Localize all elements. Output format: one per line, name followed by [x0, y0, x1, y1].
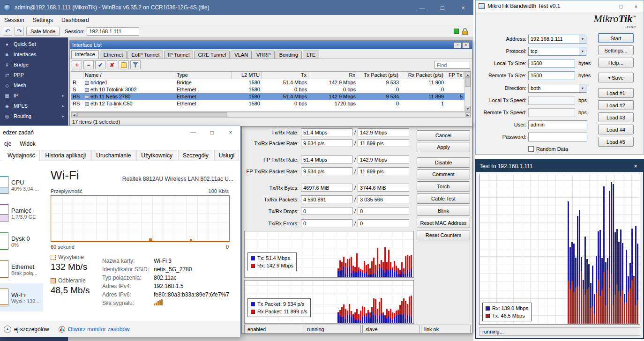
perf-item-wi-fi[interactable]: Wi-FiWysł.: 132... [0, 283, 43, 311]
menu-item-cje[interactable]: cje [0, 141, 15, 147]
sidebar-item-mesh[interactable]: ◇Mesh [0, 80, 68, 90]
local-tx-size-input[interactable] [528, 59, 575, 68]
redo-icon[interactable]: ↷ [15, 27, 24, 36]
scroll-up-icon[interactable]: ▲ [465, 72, 471, 77]
remote-tx-speed-input[interactable] [528, 108, 575, 117]
scroll-left-icon[interactable]: ◀ [71, 112, 77, 117]
tab-historia-aplikacji[interactable]: Historia aplikacji [41, 150, 91, 161]
tab-vrrp[interactable]: VRRP [253, 51, 275, 59]
save-button[interactable]: ▾Save [598, 73, 634, 82]
bandwidth-graph-titlebar[interactable]: Test to 192.168.1.111 × [476, 160, 643, 172]
find-input[interactable] [434, 61, 470, 69]
load-1-button[interactable]: Load #1 [598, 88, 634, 98]
start-button[interactable]: Start [598, 33, 634, 43]
load-2-button[interactable]: Load #2 [598, 100, 634, 110]
disable-button[interactable]: Disable [417, 157, 470, 168]
fewer-details-icon[interactable]: ▲ [4, 326, 11, 333]
taskmgr-minimize-icon[interactable]: — [184, 126, 202, 139]
column-header-type[interactable]: Type [175, 72, 232, 79]
local-tx-speed-input[interactable] [528, 96, 575, 105]
protocol-combobox[interactable]: tcp ▼ [528, 47, 586, 56]
taskmgr-maximize-icon[interactable]: □ [202, 126, 221, 139]
comment-button[interactable]: Comment [417, 169, 470, 179]
resource-monitor-icon[interactable] [59, 326, 65, 333]
tab-szczegóły[interactable]: Szczegóły [178, 150, 213, 161]
tab-bonding[interactable]: Bonding [276, 51, 302, 59]
cancel-button[interactable]: Cancel [417, 130, 470, 141]
add-icon[interactable]: + [72, 60, 82, 69]
help-button[interactable]: Help... [598, 58, 634, 67]
column-header-rx[interactable]: Rx [308, 72, 357, 79]
apply-button[interactable]: Apply [417, 142, 470, 152]
interface-row[interactable]: Rbridge1Bridge158051.4 Mbps142.9 Mbps9 5… [71, 79, 464, 86]
tab-wydajność[interactable]: Wydajność [3, 150, 40, 161]
tab-vlan[interactable]: VLAN [231, 51, 252, 59]
winbox-titlebar[interactable]: admin@192.168.1.111 (MikroTik) - WinBox … [0, 0, 473, 15]
blink-button[interactable]: Blink [417, 206, 470, 216]
random-data-checkbox[interactable] [528, 146, 534, 152]
open-resource-monitor-link[interactable]: Otwórz monitor zasobów [68, 326, 130, 333]
tab-ethernet[interactable]: Ethernet [100, 51, 127, 59]
column-header-tx[interactable]: Tx [262, 72, 308, 79]
fewer-details-label[interactable]: ej szczegółów [14, 326, 49, 333]
load-3-button[interactable]: Load #3 [598, 112, 634, 122]
bwtest-close-icon[interactable]: × [629, 0, 644, 12]
sidebar-item-ip[interactable]: ▦IP▸ [0, 90, 68, 101]
tab-interface[interactable]: Interface [71, 50, 99, 59]
scrollbar-thumb[interactable] [77, 112, 227, 117]
interface-list-titlebar[interactable]: Interface List ▫ × [70, 41, 472, 49]
column-header-tx-packet-p-s[interactable]: Tx Packet (p/s) [357, 72, 400, 79]
direction-combobox[interactable]: both ▼ [528, 84, 586, 93]
sidebar-item-mpls[interactable]: ◈MPLS▸ [0, 101, 68, 111]
sidebar-item-interfaces[interactable]: ≡Interfaces [0, 49, 68, 59]
tab-uruchamianie[interactable]: Uruchamianie [91, 150, 135, 161]
tab-eoip-tunnel[interactable]: EoIP Tunnel [127, 51, 163, 59]
address-combobox[interactable]: 192.168.1.111 ▼ [528, 35, 586, 44]
scroll-down-icon[interactable]: ▼ [465, 106, 471, 111]
column-header-fp-tx[interactable]: FP Tx [445, 72, 464, 79]
winbox-maximize-icon[interactable]: □ [432, 0, 453, 15]
undo-icon[interactable]: ↶ [3, 27, 12, 36]
remote-tx-size-input[interactable] [528, 71, 575, 80]
menu-item-widok[interactable]: Widok [15, 141, 39, 147]
tab-ip-tunnel[interactable]: IP Tunnel [164, 51, 193, 59]
testwin-close-icon[interactable]: × [628, 160, 643, 172]
menu-item-session[interactable]: Session [0, 17, 29, 23]
column-header-name[interactable]: Name / [83, 72, 175, 79]
tab-użytkownicy[interactable]: Użytkownicy [136, 150, 177, 161]
scrollbar-thumb[interactable] [465, 77, 471, 87]
taskmgr-close-icon[interactable]: × [221, 126, 240, 139]
menu-item-settings[interactable]: Settings [29, 17, 57, 23]
sidebar-item-quick-set[interactable]: ●Quick Set [0, 39, 68, 49]
sidebar-item-bridge[interactable]: #Bridge [0, 59, 68, 70]
tab-gre-tunnel[interactable]: GRE Tunnel [194, 51, 230, 59]
bwtest-maximize-icon[interactable]: □ [614, 0, 629, 12]
password-input[interactable] [528, 133, 587, 141]
interface-row[interactable]: RSeth 12 Tp-link C50Ethernet15800 bps172… [71, 100, 464, 107]
child-restore-icon[interactable]: ▫ [454, 42, 461, 48]
tab-lte[interactable]: LTE [303, 51, 319, 59]
child-close-icon[interactable]: × [462, 42, 470, 48]
perf-item-pamięć[interactable]: Pamięć1,7/3,9 GE [0, 199, 43, 227]
safe-mode-button[interactable]: Safe Mode [26, 27, 60, 36]
settings-button[interactable]: Settings... [598, 45, 634, 55]
winbox-minimize-icon[interactable]: — [412, 0, 432, 15]
remove-icon[interactable]: − [83, 60, 94, 69]
enable-icon[interactable]: ✔ [95, 60, 105, 69]
horizontal-scrollbar[interactable]: ◀ ▶ [71, 112, 471, 118]
reset-counters-button[interactable]: Reset Counters [417, 230, 470, 240]
vertical-scrollbar[interactable]: ▲ ▼ [464, 72, 471, 111]
column-header-rx-packet-p-s[interactable]: Rx Packet (p/s) [400, 72, 445, 79]
menu-item-dashboard[interactable]: Dashboard [57, 17, 93, 23]
sidebar-item-routing[interactable]: ◎Routing▸ [0, 111, 68, 121]
interface-row[interactable]: RSeth 11 Netis 2780Ethernet158051.4 Mbps… [71, 93, 464, 100]
disable-icon[interactable]: ✘ [107, 60, 117, 69]
torch-button[interactable]: Torch [417, 181, 470, 192]
load-5-button[interactable]: Load #5 [598, 137, 634, 147]
sidebar-item-ppp[interactable]: ⇄PPP [0, 70, 68, 80]
tab-usługi[interactable]: Usługi [214, 150, 239, 161]
reset-mac-address-button[interactable]: Reset MAC Address [417, 218, 470, 228]
load-4-button[interactable]: Load #4 [598, 125, 634, 134]
cable-test-button[interactable]: Cable Test [417, 193, 470, 204]
perf-item-cpu[interactable]: CPU40% 3,04 ... [0, 171, 43, 199]
